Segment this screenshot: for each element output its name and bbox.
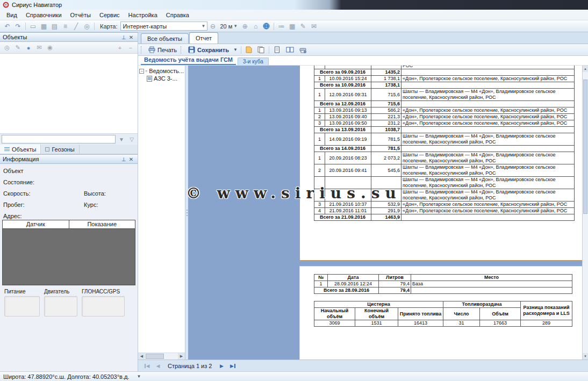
last-page-button[interactable]: ▶	[228, 362, 237, 370]
tab-report[interactable]: Отчет	[189, 32, 218, 44]
menu-service[interactable]: Сервис	[95, 11, 124, 19]
menu-view[interactable]: Вид	[2, 11, 21, 19]
next-page-button[interactable]: ▶	[217, 362, 226, 370]
scroll-left-icon[interactable]: ◀	[138, 353, 145, 360]
tab-objects[interactable]: Объекты	[0, 145, 41, 154]
print-button[interactable]: Печать	[146, 45, 180, 55]
tree-horizontal-scrollbar[interactable]: ◀ ▶	[138, 353, 185, 360]
clear-filter-icon[interactable]: ▽	[127, 135, 136, 143]
report-data-row: 114.09.2016 09:19781,5Шахты — Владимиров…	[314, 133, 575, 146]
status-dropdown-icon[interactable]: ▼	[137, 374, 141, 379]
report-page-2: № Дата Литров Место 128.09.2016 12:2479,…	[299, 266, 582, 360]
globe-icon[interactable]	[261, 21, 271, 31]
close-icon[interactable]: ✕	[127, 156, 135, 162]
scrollbar-thumb[interactable]	[146, 354, 164, 359]
tree-item-report-group[interactable]: − Ведомость...	[138, 67, 185, 75]
page-setup-button[interactable]	[297, 45, 309, 55]
fuel-intake-table: № Дата Литров Место 128.09.2016 12:2479,…	[314, 274, 572, 294]
menu-directories[interactable]: Справочники	[21, 11, 66, 19]
redo-icon[interactable]: ↷	[13, 21, 23, 31]
tab-vehicle[interactable]: 3-и куба	[238, 57, 269, 65]
report-viewer[interactable]: РОСВсего за 09.09.20161435,2110.09.2016 …	[188, 66, 582, 360]
alarm-icon[interactable]: ◉	[46, 44, 54, 52]
objects-tab-strip: Объекты Геозоны	[0, 145, 138, 154]
show-on-map-icon[interactable]: ●	[24, 44, 33, 52]
pin-icon[interactable]: ⊥	[120, 156, 127, 162]
main-body: Объекты ⊥ ✕ ◎ ✎ ● ✉ ◉ + − ▼ ▽	[0, 32, 588, 371]
tree-item-azs[interactable]: АЗС 3-...	[138, 75, 185, 82]
tab-geozones[interactable]: Геозоны	[41, 145, 79, 154]
object-search-input[interactable]	[2, 135, 116, 143]
export-button[interactable]	[243, 45, 255, 55]
collapse-icon[interactable]: −	[139, 69, 144, 74]
fuel-received-value: 16413	[398, 320, 443, 327]
message-icon[interactable]: ✉	[35, 44, 44, 52]
toolbar-separator	[94, 23, 95, 30]
report-data-row: 313.09.2016 09:50231,2«Дон», Пролетарско…	[314, 120, 575, 127]
scroll-right-icon[interactable]: ▶	[178, 353, 185, 360]
filter-icon[interactable]: ▼	[117, 135, 126, 143]
report-data-row: 321.09.2016 10:37532,9«Дон», Пролетарско…	[314, 202, 575, 208]
pin-icon[interactable]: ⊥	[120, 34, 127, 40]
first-page-button[interactable]: ◀	[142, 362, 151, 370]
zoom-out-icon[interactable]: ⊖	[208, 21, 218, 31]
mail-icon[interactable]: ✉	[309, 21, 319, 31]
report-tab-strip: Ведомость учёта выдачи ГСМ 3-и куба	[138, 56, 588, 66]
scrollbar-track[interactable]	[583, 72, 588, 353]
scroll-down-icon[interactable]: ▼	[583, 353, 588, 360]
map-source-select[interactable]: Интернет-карты ▼	[120, 21, 207, 31]
remove-icon[interactable]: −	[126, 44, 135, 52]
save-button[interactable]: Сохранить	[185, 45, 232, 55]
summary-values-row: 3069 1531 16413 31 17663 289	[314, 320, 572, 327]
zoom-in-icon[interactable]: ⊕	[240, 21, 250, 31]
track-icon[interactable]: ▤	[49, 21, 60, 31]
single-page-view-button[interactable]	[271, 45, 283, 55]
select-rect-icon[interactable]: ▭	[28, 21, 38, 31]
app-icon	[3, 2, 9, 8]
engine-indicator-box	[44, 296, 77, 317]
sensor-column-header: Датчик	[3, 220, 69, 229]
difference-header: Разница показаний расходомера и LLS	[521, 301, 572, 320]
zoom-level-select[interactable]: 20 м ▼	[220, 23, 238, 30]
menu-reports[interactable]: Отчёты	[66, 11, 95, 19]
scroll-up-icon[interactable]: ▲	[583, 66, 588, 72]
scrollbar-thumb[interactable]	[583, 80, 587, 214]
edit-icon[interactable]: ✎	[298, 21, 308, 31]
undo-icon[interactable]: ↶	[2, 21, 12, 31]
altitude-label: Высота:	[84, 190, 134, 197]
list-view-icon[interactable]: ≔	[276, 21, 286, 31]
menu-settings[interactable]: Настройка	[124, 11, 162, 19]
viewer-vertical-scrollbar[interactable]: ▲ ▼	[582, 66, 588, 360]
menu-help[interactable]: Справка	[162, 11, 193, 19]
report-data-row: 120.09.2016 08:232 073,2Шахты — Владимир…	[314, 152, 575, 164]
two-page-view-button[interactable]	[283, 45, 297, 55]
select-area-icon[interactable]: ▦	[39, 21, 49, 31]
scrollbar-track[interactable]	[145, 353, 178, 360]
map-grid-icon[interactable]: ▦	[287, 21, 297, 31]
follow-object-icon[interactable]: ◎	[3, 44, 11, 52]
ruler-icon[interactable]: ╱	[71, 21, 81, 31]
report-data-row: 213.09.2016 09:40221,3«Дон», Пролетарско…	[314, 114, 575, 120]
report-group-icon	[146, 68, 147, 74]
add-icon[interactable]: +	[116, 44, 124, 52]
copy-icon	[257, 46, 264, 53]
toolbar-separator	[274, 23, 274, 30]
num-column-header: №	[314, 275, 328, 281]
copy-button[interactable]	[255, 45, 267, 55]
tab-all-objects[interactable]: Все объекты	[141, 33, 189, 44]
summary-table: Цистерна Топливораздача Разница показани…	[314, 301, 572, 327]
objects-tree-area[interactable]	[0, 54, 138, 134]
power-indicator: Питание	[4, 289, 40, 317]
objects-panel-header: Объекты ⊥ ✕	[0, 32, 138, 42]
save-dropdown-icon[interactable]: ▼	[232, 47, 239, 52]
export-document-icon	[246, 46, 252, 53]
prev-page-button[interactable]: ◀	[154, 362, 162, 370]
sensor-table-body	[3, 229, 135, 285]
report-data-row: 128.09.2016 12:2479,4База	[314, 281, 572, 287]
home-icon[interactable]: ⌂	[250, 21, 261, 31]
edit-object-icon[interactable]: ✎	[13, 44, 22, 52]
tab-report-gsm[interactable]: Ведомость учёта выдачи ГСМ	[141, 56, 236, 65]
layers-icon[interactable]: ≡	[60, 21, 70, 31]
measure-icon[interactable]: ◎	[82, 21, 92, 31]
close-icon[interactable]: ✕	[127, 34, 135, 40]
